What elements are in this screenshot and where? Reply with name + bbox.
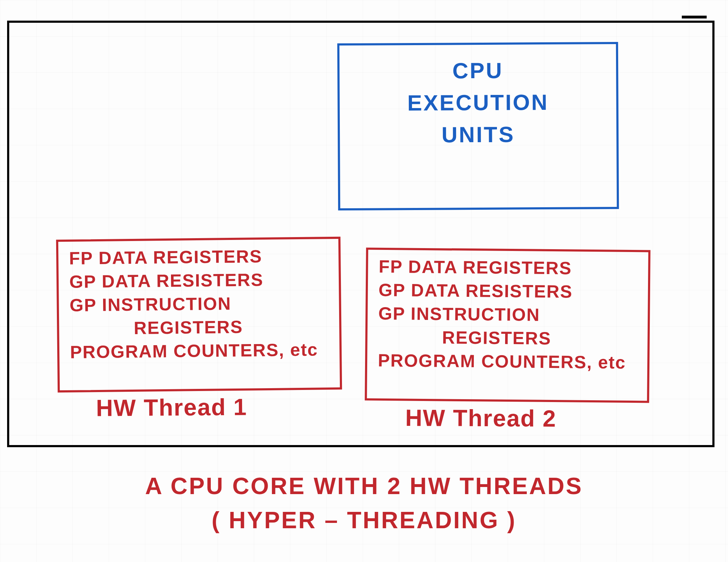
cpu-execution-units-label: CPU EXECUTION UNITS (339, 44, 617, 151)
thread1-gp-instruction: GP INSTRUCTION (69, 293, 331, 315)
thread2-gp-instruction: GP INSTRUCTION (378, 304, 639, 325)
hw-thread-2-label: HW Thread 2 (405, 404, 557, 432)
exec-line2: EXECUTION (407, 90, 549, 115)
thread1-gp-instruction-registers: REGISTERS (70, 316, 331, 338)
cpu-execution-units-box: CPU EXECUTION UNITS (337, 42, 619, 210)
thread2-gp-instruction-registers: REGISTERS (378, 327, 639, 349)
hw-thread-1-label: HW Thread 1 (96, 394, 247, 422)
thread2-program-counters: PROGRAM COUNTERS, etc (378, 351, 639, 372)
thread1-fp-registers: FP DATA REGISTERS (69, 246, 330, 268)
exec-line3: UNITS (441, 122, 515, 147)
hw-thread-2-box: FP DATA REGISTERS GP DATA RESISTERS GP I… (365, 248, 651, 403)
thread2-gp-data-registers: GP DATA RESISTERS (379, 280, 639, 302)
caption-line2: ( HYPER – THREADING ) (212, 507, 516, 533)
thread1-program-counters: PROGRAM COUNTERS, etc (70, 340, 331, 362)
sketch-mark (682, 16, 707, 18)
exec-line1: CPU (453, 58, 503, 83)
thread1-gp-data-registers: GP DATA RESISTERS (69, 269, 331, 291)
caption-line1: A CPU CORE WITH 2 HW THREADS (145, 473, 583, 499)
thread2-fp-registers: FP DATA REGISTERS (379, 257, 639, 278)
diagram-caption: A CPU CORE WITH 2 HW THREADS ( HYPER – T… (0, 469, 728, 537)
hw-thread-1-box: FP DATA REGISTERS GP DATA RESISTERS GP I… (56, 237, 342, 392)
